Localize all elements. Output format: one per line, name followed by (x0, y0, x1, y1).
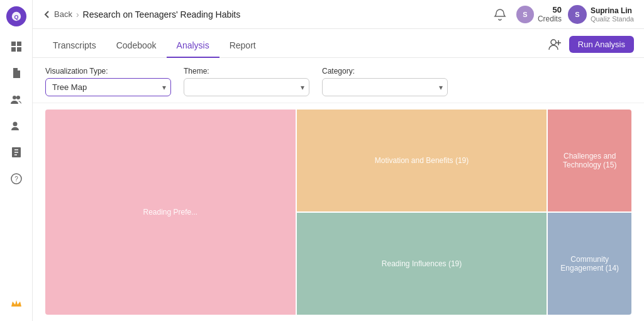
page-title: Research on Teenagers' Reading Habits (83, 9, 241, 20)
credits-label: Credits (538, 14, 562, 23)
category-label: Category: (322, 67, 448, 76)
svg-rect-5 (17, 47, 21, 52)
svg-text:?: ? (14, 176, 18, 183)
svg-text:Q: Q (14, 14, 18, 20)
vis-type-select[interactable]: Tree Map (45, 78, 171, 96)
notification-button[interactable] (490, 4, 510, 25)
treemap-container: Motivation and Benefits (19) Challenges … (45, 110, 631, 315)
category-select[interactable] (322, 78, 448, 96)
category-select-wrapper: ▾ (322, 78, 448, 96)
back-button[interactable]: Back (43, 9, 72, 19)
app-logo[interactable]: Q (6, 6, 26, 26)
grid-icon[interactable] (5, 35, 28, 58)
topbar-actions: S 50 Credits S Suprina Lin Qualiz Standa (490, 4, 634, 25)
credits-info: 50 Credits (538, 5, 562, 23)
book-icon[interactable] (5, 141, 28, 164)
vis-type-select-wrapper: Tree Map ▾ (45, 78, 171, 96)
treemap-cell-influences[interactable]: Reading Influences (19) (297, 213, 547, 315)
theme-select-wrapper: ▾ (184, 78, 309, 96)
tab-report[interactable]: Report (219, 34, 266, 58)
vis-type-control: Visualization Type: Tree Map ▾ (45, 67, 171, 96)
svg-rect-2 (11, 42, 16, 46)
sidebar: Q ? (0, 0, 33, 321)
challenges-label: Challenges and Technology (15) (553, 152, 626, 169)
app-layout: Q ? Back (0, 0, 644, 321)
topbar: Back › Research on Teenagers' Reading Ha… (33, 0, 644, 29)
treemap-cell-motivation[interactable]: Motivation and Benefits (19) (297, 110, 547, 211)
svg-rect-4 (11, 47, 16, 52)
tab-transcripts[interactable]: Transcripts (43, 34, 106, 58)
add-analyst-button[interactable] (545, 35, 564, 54)
user-avatar: S (568, 5, 587, 24)
help-icon[interactable]: ? (5, 167, 28, 190)
main-content: Back › Research on Teenagers' Reading Ha… (33, 0, 644, 321)
category-control: Category: ▾ (322, 67, 448, 96)
tab-actions: Run Analysis (545, 35, 634, 57)
theme-label: Theme: (184, 67, 309, 76)
treemap-cell-challenges[interactable]: Challenges and Technology (15) (548, 110, 631, 211)
influences-label: Reading Influences (19) (382, 259, 462, 268)
user-plan: Qualiz Standa (591, 15, 634, 23)
svg-point-6 (13, 96, 16, 99)
user-info-section: S Suprina Lin Qualiz Standa (568, 5, 634, 24)
reading-pref-label: Reading Prefe... (143, 208, 197, 217)
credits-count: 50 (538, 5, 562, 14)
crown-icon[interactable] (5, 292, 28, 315)
treemap-cell-reading-pref[interactable]: Reading Prefe... (45, 110, 296, 315)
treemap-cell-community[interactable]: Community Engagement (14) (548, 213, 631, 315)
add-person-icon[interactable] (5, 115, 28, 137)
tab-analysis[interactable]: Analysis (167, 34, 219, 58)
credits-avatar: S (516, 6, 534, 23)
theme-control: Theme: ▾ (184, 67, 309, 96)
svg-point-8 (13, 122, 17, 127)
document-icon[interactable] (5, 62, 28, 84)
controls-area: Visualization Type: Tree Map ▾ Theme: ▾ (33, 58, 644, 103)
treemap-area: Motivation and Benefits (19) Challenges … (33, 103, 644, 321)
theme-select[interactable] (184, 78, 309, 96)
vis-type-label: Visualization Type: (45, 67, 171, 76)
breadcrumb-separator: › (76, 9, 79, 20)
run-analysis-button[interactable]: Run Analysis (569, 36, 634, 53)
credits-badge: S 50 Credits (516, 5, 562, 23)
svg-point-7 (16, 96, 20, 99)
user-name: Suprina Lin (591, 6, 634, 15)
user-details: Suprina Lin Qualiz Standa (591, 6, 634, 23)
back-label: Back (54, 9, 72, 19)
svg-point-12 (551, 40, 556, 45)
motivation-label: Motivation and Benefits (19) (375, 156, 469, 165)
svg-rect-3 (17, 42, 21, 46)
community-label: Community Engagement (14) (553, 255, 626, 273)
tab-bar: Transcripts Codebook Analysis Report Run… (33, 29, 644, 58)
team-icon[interactable] (5, 88, 28, 111)
tab-codebook[interactable]: Codebook (106, 34, 167, 58)
topbar-nav: Back › Research on Teenagers' Reading Ha… (43, 9, 485, 20)
